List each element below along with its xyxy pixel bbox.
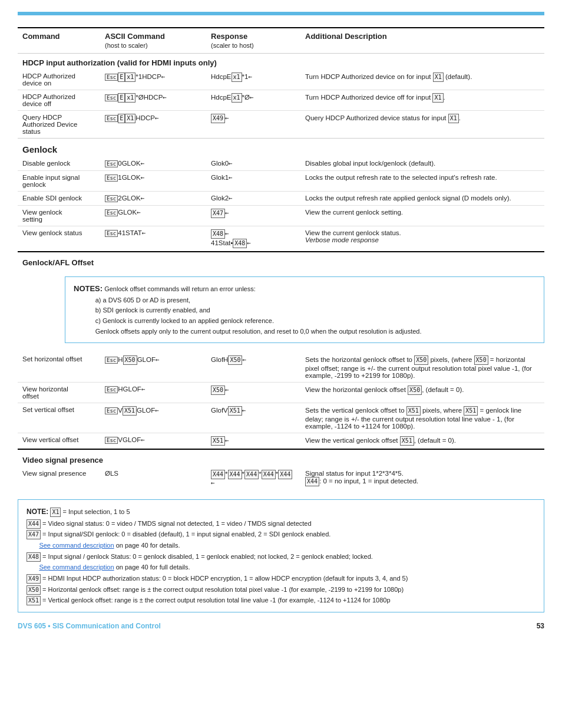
col-header-command: Command	[18, 28, 100, 54]
cmd-description: Turn HDCP Authorized device off for inpu…	[300, 90, 544, 111]
cmd-description: Disables global input lock/genlock (defa…	[300, 157, 544, 171]
cmd-ascii: Esc2GLOK←	[100, 192, 206, 206]
table-row: Disable genlock Esc0GLOK← Glok0← Disable…	[18, 157, 544, 171]
cmd-ascii: EscEx1*1HDCP←	[100, 70, 206, 90]
cmd-label: Set vertical offset	[18, 403, 100, 433]
cmd-response: X51←	[206, 433, 300, 450]
cmd-description: View the current genlock status. Verbose…	[300, 226, 544, 252]
cmd-label: View genlocksetting	[18, 206, 100, 226]
table-row: View signal presence ØLS X44*X44*X44*X44…	[18, 467, 544, 490]
section-genlock-afl-header: Genlock/AFL Offset	[18, 252, 544, 269]
cmd-ascii: EscGLOK←	[100, 206, 206, 226]
footer-note-x51: X51 = Vertical genlock offset: range is …	[27, 597, 391, 604]
footer-note-x48: X48 = Input signal / genlock Status: 0 =…	[27, 553, 373, 560]
table-row: Set horizontal offset EscHX50GLOF← GlofH…	[18, 353, 544, 383]
cmd-ascii: EscVGLOF←	[100, 433, 206, 450]
cmd-ascii: Esc0GLOK←	[100, 157, 206, 171]
footer-link-1[interactable]: See command description	[39, 542, 114, 549]
cmd-label: Query HDCPAuthorized Devicestatus	[18, 111, 100, 139]
section-video-title: Video signal presence	[18, 449, 544, 467]
cmd-label: View signal presence	[18, 467, 100, 490]
cmd-description: View the vertical genlock offset X51, (d…	[300, 433, 544, 450]
footer-link-2[interactable]: See command description	[39, 564, 114, 571]
table-row: View genlock status Esc41STAT← X48← 41St…	[18, 226, 544, 252]
section-genlock-header: Genlock	[18, 139, 544, 157]
section-genlock-afl-title: Genlock/AFL Offset	[18, 252, 544, 269]
cmd-description: Signal status for input 1*2*3*4*5. X44: …	[300, 467, 544, 490]
section-hdcp-title: HDCP input authorization (valid for HDMI…	[18, 54, 544, 70]
cmd-ascii: EscHX50GLOF←	[100, 353, 206, 383]
col-header-ascii: ASCII Command(host to scaler)	[100, 28, 206, 54]
cmd-label: Enable input signalgenlock	[18, 171, 100, 192]
cmd-description: View the horizontal genlock offset X50, …	[300, 383, 544, 403]
cmd-ascii: Esc1GLOK←	[100, 171, 206, 192]
notes-row: NOTES: Genlock offset commands will retu…	[18, 269, 544, 353]
footer-note-x49: X49 = HDMI Input HDCP authorization stat…	[27, 575, 408, 582]
cmd-response: Glok2←	[206, 192, 300, 206]
footer-note-x50: X50 = Horizontal genlock offset: range i…	[27, 586, 404, 593]
cmd-ascii: EscEX1HDCP←	[100, 111, 206, 139]
cmd-response: Glok1←	[206, 171, 300, 192]
cmd-label: HDCP Authorizeddevice off	[18, 90, 100, 111]
page-footer: DVS 605 • SIS Communication and Control …	[18, 622, 544, 630]
main-table: Command ASCII Command(host to scaler) Re…	[18, 27, 544, 490]
col-header-response: Response(scaler to host)	[206, 28, 300, 54]
footer-note-x44: X44 = Video signal status: 0 = video / T…	[27, 520, 312, 527]
cmd-label: View vertical offset	[18, 433, 100, 450]
cmd-ascii: ØLS	[100, 467, 206, 490]
cmd-response: GlofVX51←	[206, 403, 300, 433]
table-row: Query HDCPAuthorized Devicestatus EscEX1…	[18, 111, 544, 139]
col-header-description: Additional Description	[300, 28, 544, 54]
section-genlock-title: Genlock	[18, 139, 544, 157]
brand-text: DVS 605 • SIS Communication and Control	[18, 622, 161, 630]
cmd-description: Query HDCP Authorized device status for …	[300, 111, 544, 139]
table-row: Enable input signalgenlock Esc1GLOK← Glo…	[18, 171, 544, 192]
cmd-label: Set horizontal offset	[18, 353, 100, 383]
table-row: View genlocksetting EscGLOK← X47← View t…	[18, 206, 544, 226]
section-video-header: Video signal presence	[18, 449, 544, 467]
cmd-response: X50←	[206, 383, 300, 403]
table-row: View horizontaloffset EscHGLOF← X50← Vie…	[18, 383, 544, 403]
footer-note-title: NOTE:	[27, 508, 48, 516]
cmd-response: HdcpEx1*Ø←	[206, 90, 300, 111]
table-row: View vertical offset EscVGLOF← X51← View…	[18, 433, 544, 450]
notes-box: NOTES: Genlock offset commands will retu…	[65, 276, 544, 343]
cmd-ascii: EscVX51GLOF←	[100, 403, 206, 433]
cmd-response: GlofHX50←	[206, 353, 300, 383]
cmd-ascii: Esc41STAT←	[100, 226, 206, 252]
cmd-description: View the current genlock setting.	[300, 206, 544, 226]
cmd-response: X44*X44*X44*X44*X44←	[206, 467, 300, 490]
table-row: Set vertical offset EscVX51GLOF← GlofVX5…	[18, 403, 544, 433]
cmd-ascii: EscHGLOF←	[100, 383, 206, 403]
cmd-description: Locks the output refresh rate to the sel…	[300, 171, 544, 192]
cmd-response: X48← 41Stat•X48←	[206, 226, 300, 252]
footer-note-x47: X47 = Input signal/SDI genlock: 0 = disa…	[27, 531, 330, 538]
cmd-response: X49←	[206, 111, 300, 139]
cmd-response: Glok0←	[206, 157, 300, 171]
page-number: 53	[537, 622, 544, 630]
cmd-label: View horizontaloffset	[18, 383, 100, 403]
cmd-label: View genlock status	[18, 226, 100, 252]
top-bar	[18, 12, 544, 15]
table-row: HDCP Authorizeddevice on EscEx1*1HDCP← H…	[18, 70, 544, 90]
cmd-description: Sets the horizontal genlock offset to X5…	[300, 353, 544, 383]
footer-note-x1: X1 = Input selection, 1 to 5	[50, 508, 130, 515]
cmd-ascii: EscEx1*ØHDCP←	[100, 90, 206, 111]
cmd-description: Sets the vertical genlock offset to X51 …	[300, 403, 544, 433]
cmd-description: Turn HDCP Authorized device on for input…	[300, 70, 544, 90]
cmd-description: Locks the output refresh rate applied ge…	[300, 192, 544, 206]
cmd-label: HDCP Authorizeddevice on	[18, 70, 100, 90]
footer-note-box: NOTE: X1 = Input selection, 1 to 5 X44 =…	[18, 499, 544, 612]
cmd-label: Enable SDI genlock	[18, 192, 100, 206]
cmd-label: Disable genlock	[18, 157, 100, 171]
table-row: HDCP Authorizeddevice off EscEx1*ØHDCP← …	[18, 90, 544, 111]
cmd-response: X47←	[206, 206, 300, 226]
table-row: Enable SDI genlock Esc2GLOK← Glok2← Lock…	[18, 192, 544, 206]
section-hdcp-header: HDCP input authorization (valid for HDMI…	[18, 54, 544, 70]
cmd-response: HdcpEx1*1←	[206, 70, 300, 90]
